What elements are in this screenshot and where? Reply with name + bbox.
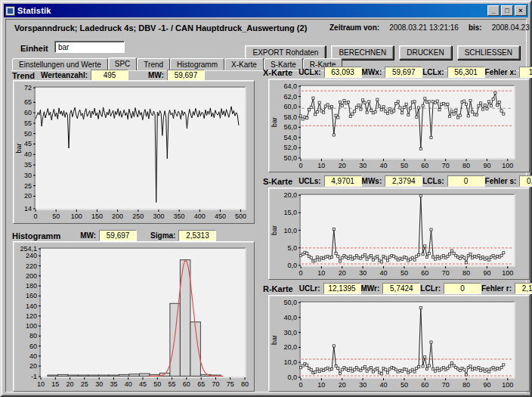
bis-value: 2008.04.23 12:02:46 bbox=[492, 23, 532, 32]
svg-text:90: 90 bbox=[483, 381, 490, 389]
mws-value: 2,3794 bbox=[385, 175, 422, 187]
trend-title: Trend bbox=[12, 71, 35, 80]
lclr-value: 0 bbox=[444, 283, 481, 294]
svg-text:60: 60 bbox=[24, 109, 32, 116]
tab-einstellungen-und-werte[interactable]: Einstellungen und Werte bbox=[12, 58, 108, 70]
hist-mw-value: 59,697 bbox=[99, 230, 137, 241]
hist-mw-label: MW: bbox=[80, 231, 96, 240]
svg-text:40: 40 bbox=[125, 380, 132, 388]
svg-text:100: 100 bbox=[502, 269, 513, 277]
fehler-r-label: Fehler r: bbox=[481, 284, 512, 293]
svg-text:-1: -1 bbox=[31, 373, 37, 380]
minimize-button[interactable]: _ bbox=[487, 5, 500, 16]
drucken-button[interactable]: DRUCKEN bbox=[399, 45, 451, 60]
fehler-x-value: 1,132 bbox=[519, 67, 532, 78]
svg-text:20: 20 bbox=[339, 381, 346, 389]
svg-text:bar: bar bbox=[271, 225, 278, 235]
svg-text:10,0: 10,0 bbox=[283, 227, 297, 234]
r-karte-chart-plot: 50,040,030,020,010,00,001020304050607080… bbox=[271, 297, 527, 389]
svg-text:65: 65 bbox=[24, 98, 32, 106]
svg-text:50: 50 bbox=[401, 269, 408, 277]
svg-text:80: 80 bbox=[462, 269, 470, 277]
svg-text:30: 30 bbox=[95, 380, 103, 388]
zeitraum-von-label: Zeitraum von: bbox=[329, 23, 379, 32]
histogramm-chart-plot: 254,124022020018016014012010080604020-11… bbox=[15, 243, 252, 389]
svg-text:160: 160 bbox=[26, 292, 37, 299]
mwr-value: 5,7424 bbox=[382, 283, 420, 294]
svg-text:0,0: 0,0 bbox=[287, 262, 297, 269]
lclx-label: LCLx: bbox=[422, 68, 444, 76]
svg-text:30: 30 bbox=[359, 269, 367, 277]
svg-text:75: 75 bbox=[227, 380, 234, 388]
svg-text:180: 180 bbox=[26, 282, 37, 290]
svg-text:30,0: 30,0 bbox=[283, 329, 297, 337]
svg-text:56,0: 56,0 bbox=[283, 123, 297, 131]
svg-text:100: 100 bbox=[502, 162, 513, 169]
svg-text:0: 0 bbox=[298, 381, 302, 389]
s-karte-chart-plot: 20,015,010,05,00,00102030405060708090100… bbox=[271, 190, 527, 278]
titlebar[interactable]: Statistik _ □ × bbox=[4, 4, 528, 17]
werteanzahl-label: Werteanzahl: bbox=[41, 71, 88, 79]
r-karte-header: R-Karte UCLr: 12,1395 MWr: 5,7424 LCLr: … bbox=[263, 283, 518, 294]
maximize-button[interactable]: □ bbox=[501, 5, 513, 16]
svg-text:40: 40 bbox=[24, 150, 32, 158]
svg-text:25: 25 bbox=[24, 182, 32, 190]
svg-text:0: 0 bbox=[298, 162, 302, 169]
svg-text:60: 60 bbox=[421, 381, 428, 389]
sigma-label: Sigma: bbox=[150, 231, 175, 240]
svg-text:400: 400 bbox=[194, 212, 206, 220]
svg-text:10,0: 10,0 bbox=[283, 358, 297, 366]
histogramm-chart: 254,124022020018016014012010080604020-11… bbox=[13, 241, 255, 392]
uclr-value: 12,1395 bbox=[323, 283, 361, 294]
zeitraum-group: Zeitraum von: 2008.03.21 13:21:16 bis: 2… bbox=[329, 23, 532, 32]
svg-text:55: 55 bbox=[169, 380, 176, 388]
statistik-window: Statistik _ □ × Vorspanndruck; Ladedruck… bbox=[0, 0, 532, 397]
svg-text:30: 30 bbox=[359, 162, 367, 169]
tab-histogramm[interactable]: Histogramm bbox=[170, 58, 224, 70]
lclr-label: LCLr: bbox=[420, 284, 441, 293]
mwx-value: 59,697 bbox=[385, 67, 422, 78]
svg-text:60: 60 bbox=[421, 269, 428, 277]
schliessen-button[interactable]: SCHLIESSEN bbox=[457, 45, 520, 60]
svg-text:250: 250 bbox=[132, 212, 144, 220]
mws-label: MWs: bbox=[362, 177, 382, 185]
svg-text:14: 14 bbox=[24, 205, 32, 212]
einheit-input[interactable] bbox=[54, 41, 125, 53]
trend-mw-label: MW: bbox=[148, 71, 164, 79]
svg-text:90: 90 bbox=[483, 162, 490, 169]
svg-text:450: 450 bbox=[215, 212, 226, 220]
svg-text:220: 220 bbox=[26, 262, 37, 270]
werteanzahl-value: 495 bbox=[91, 70, 128, 81]
einheit-label: Einheit bbox=[20, 44, 48, 53]
svg-text:72: 72 bbox=[24, 84, 32, 91]
svg-text:58,0: 58,0 bbox=[283, 113, 297, 121]
trend-header: Trend Werteanzahl: 495 MW: 59,697 bbox=[12, 70, 205, 81]
svg-text:80: 80 bbox=[29, 332, 37, 340]
tab-trend[interactable]: Trend bbox=[137, 58, 170, 70]
svg-text:100: 100 bbox=[502, 381, 513, 389]
svg-text:25: 25 bbox=[81, 380, 88, 388]
r-karte-chart: 50,040,030,020,010,00,001020304050607080… bbox=[268, 295, 530, 392]
svg-text:50: 50 bbox=[401, 162, 408, 169]
r-karte-title: R-Karte bbox=[263, 284, 293, 293]
svg-text:50: 50 bbox=[153, 380, 161, 388]
measurement-title: Vorspanndruck; Ladedruck 4s; DBV -1- / C… bbox=[14, 23, 307, 33]
svg-text:bar: bar bbox=[271, 117, 278, 127]
svg-text:20: 20 bbox=[339, 162, 346, 169]
svg-text:15: 15 bbox=[51, 380, 59, 388]
ucls-value: 4,9701 bbox=[324, 175, 362, 187]
svg-text:70: 70 bbox=[212, 380, 219, 388]
svg-text:52,0: 52,0 bbox=[283, 144, 297, 151]
histogramm-header: Histogramm MW: 59,697 Sigma: 2,5313 bbox=[12, 230, 216, 241]
fehler-s-value: 0,8636 bbox=[519, 175, 532, 187]
main-content: Vorspanndruck; Ladedruck 4s; DBV -1- / C… bbox=[5, 19, 527, 392]
svg-text:20: 20 bbox=[29, 362, 37, 370]
svg-text:80: 80 bbox=[241, 380, 249, 388]
svg-text:100: 100 bbox=[26, 322, 37, 330]
x-karte-chart-plot: 64,062,060,058,056,054,052,050,001020304… bbox=[271, 81, 527, 170]
tab-x-karte[interactable]: X-Karte bbox=[224, 58, 264, 70]
svg-text:65: 65 bbox=[197, 380, 205, 388]
close-button[interactable]: × bbox=[515, 5, 527, 16]
svg-text:40: 40 bbox=[380, 269, 388, 277]
svg-text:200: 200 bbox=[112, 212, 123, 220]
